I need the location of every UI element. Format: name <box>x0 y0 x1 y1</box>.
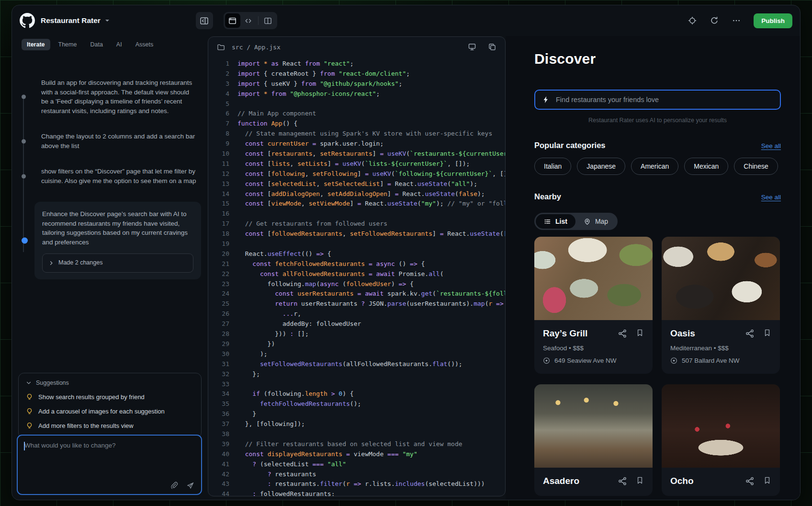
app-preview-panel: Discover Restaurant Rater uses AI to per… <box>506 36 800 500</box>
code-line: 44 : followedRestaurants; <box>215 489 505 496</box>
bookmark-icon[interactable] <box>636 476 644 486</box>
attach-file-icon[interactable] <box>170 482 178 490</box>
code-line: 39 // Filter restaurants based on select… <box>215 439 505 449</box>
category-pill-mexican[interactable]: Mexican <box>684 158 728 175</box>
restaurant-card[interactable]: Asadero <box>534 384 653 496</box>
code-text: following.map(async (followedUser) => { <box>229 279 414 289</box>
code-viewer[interactable]: 1import * as React from "react";2import … <box>208 57 505 496</box>
code-text <box>229 380 237 390</box>
line-number: 6 <box>215 109 229 119</box>
app-title-caret-icon[interactable] <box>105 19 110 23</box>
code-text: const userRestaurants = await spark.kv.g… <box>229 289 505 299</box>
bookmark-icon[interactable] <box>636 329 644 338</box>
code-mode-button[interactable] <box>241 13 256 28</box>
lightbulb-icon <box>26 422 33 429</box>
category-pill-american[interactable]: American <box>631 158 678 175</box>
code-line: 1import * as React from "react"; <box>215 59 505 69</box>
code-line: 22 const allFollowedRestaurants = await … <box>215 269 505 279</box>
restaurant-card[interactable]: Ocho <box>662 384 780 496</box>
line-number: 40 <box>215 449 229 460</box>
folder-icon[interactable] <box>217 43 225 51</box>
code-line: 28 })) : []; <box>215 329 505 339</box>
code-line: 26 ...r, <box>215 309 505 319</box>
share-icon[interactable] <box>745 329 755 338</box>
app-title[interactable]: Restaurant Rater <box>41 16 101 25</box>
code-line: 8 // State management using Spark's KV s… <box>215 129 505 139</box>
spark-app-window: Restaurant Rater <box>11 5 801 500</box>
code-line: 20 React.useEffect(() => { <box>215 249 505 259</box>
code-text: } <box>229 409 256 419</box>
bookmark-icon[interactable] <box>763 476 771 486</box>
tab-data[interactable]: Data <box>85 39 108 50</box>
send-icon[interactable] <box>186 482 194 490</box>
open-preview-window-icon[interactable] <box>468 43 476 51</box>
map-view-button[interactable]: Map <box>575 214 616 229</box>
restaurant-card[interactable]: Ray’s GrillSeafood • $$$649 Seaview Ave … <box>534 237 653 374</box>
code-line: 17 // Get restaurants from followed user… <box>215 219 505 229</box>
publish-button[interactable]: Publish <box>754 13 792 28</box>
bookmark-icon[interactable] <box>763 329 771 338</box>
code-line: 40 const displayedRestaurants = viewMode… <box>215 449 505 460</box>
code-line: 24 const userRestaurants = await spark.k… <box>215 289 505 299</box>
code-text: function App() { <box>229 119 297 129</box>
code-line: 30 ); <box>215 349 505 359</box>
share-icon[interactable] <box>745 476 755 486</box>
code-text: const allFollowedRestaurants = await Pro… <box>229 269 444 279</box>
prompt-message: Build an app for discovering and trackin… <box>41 78 197 115</box>
restaurant-name: Oasis <box>670 328 745 339</box>
code-text <box>229 209 237 219</box>
code-text: return userRestaurants ? JSON.parse(user… <box>229 299 505 309</box>
share-icon[interactable] <box>618 329 627 338</box>
code-line: 33 <box>215 380 505 390</box>
list-view-button[interactable]: List <box>536 214 575 229</box>
restaurant-search-input[interactable] <box>555 95 773 104</box>
restaurant-card[interactable]: OasisMediterranean • $$$507 Ballard Ave … <box>662 237 780 374</box>
collapse-sidebar-button[interactable] <box>196 12 213 29</box>
code-line: 36 } <box>215 409 505 419</box>
suggestions-header[interactable]: Suggestions <box>26 380 194 386</box>
target-picker-icon[interactable] <box>684 12 701 29</box>
prompt-message: show filters on the “Discover” page that… <box>41 167 197 185</box>
line-number: 29 <box>215 339 229 349</box>
code-text: }, [following]); <box>229 419 305 429</box>
preview-mode-button[interactable] <box>225 13 240 28</box>
tab-assets[interactable]: Assets <box>130 39 159 50</box>
tab-theme[interactable]: Theme <box>53 39 82 50</box>
category-pill-italian[interactable]: Italian <box>534 158 571 175</box>
code-line: 35 fetchFollowedRestaurants(); <box>215 399 505 409</box>
code-text: fetchFollowedRestaurants(); <box>229 399 361 409</box>
restaurant-photo <box>662 237 780 320</box>
code-line: 15 const [viewMode, setViewMode] = React… <box>215 199 505 209</box>
made-changes-button[interactable]: Made 2 changes <box>42 253 193 273</box>
code-line: 11 const [lists, setLists] = useKV(`list… <box>215 159 505 169</box>
segment-divider <box>258 16 259 25</box>
chevron-down-icon <box>26 380 32 386</box>
tab-iterate[interactable]: Iterate <box>22 39 50 50</box>
file-breadcrumb[interactable]: src / App.jsx <box>232 44 281 51</box>
category-pill-chinese[interactable]: Chinese <box>734 158 778 175</box>
code-text: const [following, setFollowing] = useKV(… <box>229 169 505 179</box>
tab-ai[interactable]: AI <box>111 39 127 50</box>
code-text: import { useKV } from "@github/spark/hoo… <box>229 79 402 89</box>
popular-see-all-link[interactable]: See all <box>761 142 781 150</box>
card-actions <box>745 329 771 338</box>
line-number: 26 <box>215 309 229 319</box>
suggestion-item[interactable]: Add more filters to the results view <box>26 422 194 429</box>
suggestion-item[interactable]: Add a carousel of images for each sugges… <box>26 408 194 415</box>
code-text: const [lists, setLists] = useKV(`lists-$… <box>229 159 470 169</box>
more-options-icon[interactable] <box>728 12 745 29</box>
line-number: 9 <box>215 139 229 149</box>
ai-disclaimer-text: Restaurant Rater uses AI to personalize … <box>534 117 781 124</box>
code-line: 3import { useKV } from "@github/spark/ho… <box>215 79 505 89</box>
split-mode-button[interactable] <box>260 13 276 28</box>
sidebar-tabs: IterateThemeDataAIAssets <box>12 36 208 52</box>
list-view-label: List <box>555 218 567 225</box>
copy-icon[interactable] <box>488 43 496 51</box>
refresh-icon[interactable] <box>706 12 723 29</box>
suggestion-item[interactable]: Show search results grouped by friend <box>26 393 194 401</box>
line-number: 31 <box>215 359 229 369</box>
share-icon[interactable] <box>618 476 627 486</box>
nearby-see-all-link[interactable]: See all <box>761 194 781 201</box>
code-text: import * from "@phosphor-icons/react"; <box>229 89 380 99</box>
category-pill-japanese[interactable]: Japanese <box>577 158 625 175</box>
